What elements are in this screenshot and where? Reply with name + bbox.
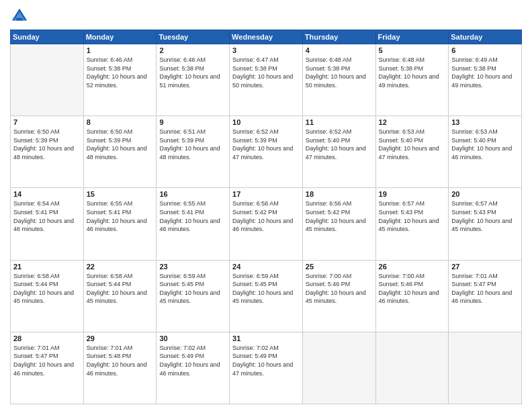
- day-info: Sunrise: 6:50 AMSunset: 5:39 PMDaylight:…: [87, 128, 154, 161]
- calendar-cell: 7 Sunrise: 6:50 AMSunset: 5:39 PMDayligh…: [11, 116, 84, 188]
- day-number: 28: [13, 334, 81, 342]
- calendar-cell: 24 Sunrise: 6:59 AMSunset: 5:45 PMDaylig…: [230, 260, 303, 332]
- day-number: 19: [379, 190, 446, 198]
- day-info: Sunrise: 7:01 AMSunset: 5:47 PMDaylight:…: [451, 272, 519, 306]
- day-number: 18: [306, 190, 373, 198]
- day-info: Sunrise: 6:55 AMSunset: 5:41 PMDaylight:…: [87, 199, 154, 233]
- calendar-cell: 31 Sunrise: 7:02 AMSunset: 5:49 PMDaylig…: [230, 332, 303, 404]
- day-number: 2: [159, 46, 226, 54]
- logo-icon: [10, 7, 29, 26]
- calendar-cell: 18 Sunrise: 6:56 AMSunset: 5:42 PMDaylig…: [302, 188, 375, 260]
- day-info: Sunrise: 6:52 AMSunset: 5:39 PMDaylight:…: [232, 128, 300, 161]
- svg-rect-2: [16, 18, 22, 21]
- calendar-cell: 14 Sunrise: 6:54 AMSunset: 5:41 PMDaylig…: [11, 188, 84, 260]
- day-number: 30: [159, 334, 226, 342]
- day-number: 26: [379, 263, 446, 271]
- day-number: 29: [87, 334, 154, 342]
- calendar-cell: 12 Sunrise: 6:53 AMSunset: 5:40 PMDaylig…: [375, 116, 449, 188]
- day-number: 25: [306, 263, 373, 271]
- day-info: Sunrise: 7:01 AMSunset: 5:48 PMDaylight:…: [87, 344, 154, 377]
- calendar-table: SundayMondayTuesdayWednesdayThursdayFrid…: [10, 30, 522, 404]
- day-info: Sunrise: 7:02 AMSunset: 5:49 PMDaylight:…: [159, 344, 226, 377]
- day-info: Sunrise: 6:59 AMSunset: 5:45 PMDaylight:…: [232, 272, 300, 306]
- day-number: 13: [451, 118, 519, 126]
- page: SundayMondayTuesdayWednesdayThursdayFrid…: [0, 0, 532, 411]
- logo: [10, 7, 32, 26]
- day-info: Sunrise: 7:01 AMSunset: 5:47 PMDaylight:…: [13, 344, 81, 377]
- calendar-cell: 2 Sunrise: 6:46 AMSunset: 5:38 PMDayligh…: [157, 44, 230, 116]
- weekday-header-friday: Friday: [375, 30, 449, 44]
- day-number: 16: [159, 190, 226, 198]
- day-info: Sunrise: 6:58 AMSunset: 5:44 PMDaylight:…: [87, 272, 154, 306]
- day-info: Sunrise: 6:48 AMSunset: 5:38 PMDaylight:…: [306, 56, 373, 89]
- day-number: 23: [159, 263, 226, 271]
- calendar-cell: 6 Sunrise: 6:49 AMSunset: 5:38 PMDayligh…: [449, 44, 522, 116]
- day-number: 1: [87, 46, 154, 54]
- calendar-cell: [11, 44, 84, 116]
- day-info: Sunrise: 6:51 AMSunset: 5:39 PMDaylight:…: [159, 128, 226, 161]
- weekday-header-tuesday: Tuesday: [157, 30, 230, 44]
- day-info: Sunrise: 6:50 AMSunset: 5:39 PMDaylight:…: [13, 128, 81, 161]
- weekday-header-wednesday: Wednesday: [230, 30, 303, 44]
- day-info: Sunrise: 6:53 AMSunset: 5:40 PMDaylight:…: [451, 128, 519, 161]
- calendar-cell: 22 Sunrise: 6:58 AMSunset: 5:44 PMDaylig…: [83, 260, 157, 332]
- day-info: Sunrise: 7:00 AMSunset: 5:46 PMDaylight:…: [306, 272, 373, 306]
- calendar-cell: 16 Sunrise: 6:55 AMSunset: 5:41 PMDaylig…: [157, 188, 230, 260]
- day-info: Sunrise: 6:57 AMSunset: 5:43 PMDaylight:…: [379, 199, 446, 233]
- day-number: 15: [87, 190, 154, 198]
- weekday-header-row: SundayMondayTuesdayWednesdayThursdayFrid…: [11, 30, 522, 44]
- weekday-header-saturday: Saturday: [449, 30, 522, 44]
- day-number: 27: [451, 263, 519, 271]
- calendar-cell: 19 Sunrise: 6:57 AMSunset: 5:43 PMDaylig…: [375, 188, 449, 260]
- calendar-cell: 17 Sunrise: 6:56 AMSunset: 5:42 PMDaylig…: [230, 188, 303, 260]
- day-info: Sunrise: 6:57 AMSunset: 5:43 PMDaylight:…: [451, 199, 519, 233]
- calendar-cell: 30 Sunrise: 7:02 AMSunset: 5:49 PMDaylig…: [157, 332, 230, 404]
- day-number: 12: [379, 118, 446, 126]
- day-number: 5: [379, 46, 446, 54]
- calendar-cell: 11 Sunrise: 6:52 AMSunset: 5:40 PMDaylig…: [302, 116, 375, 188]
- day-number: 11: [306, 118, 373, 126]
- calendar-cell: 29 Sunrise: 7:01 AMSunset: 5:48 PMDaylig…: [83, 332, 157, 404]
- day-info: Sunrise: 6:54 AMSunset: 5:41 PMDaylight:…: [13, 199, 81, 233]
- day-number: 22: [87, 263, 154, 271]
- day-info: Sunrise: 7:00 AMSunset: 5:46 PMDaylight:…: [379, 272, 446, 306]
- header: [10, 7, 522, 26]
- calendar-cell: 5 Sunrise: 6:48 AMSunset: 5:38 PMDayligh…: [375, 44, 449, 116]
- calendar-cell: 23 Sunrise: 6:59 AMSunset: 5:45 PMDaylig…: [157, 260, 230, 332]
- day-number: 21: [13, 263, 81, 271]
- day-info: Sunrise: 6:58 AMSunset: 5:44 PMDaylight:…: [13, 272, 81, 306]
- calendar-week-3: 14 Sunrise: 6:54 AMSunset: 5:41 PMDaylig…: [11, 188, 522, 260]
- day-number: 31: [232, 334, 300, 342]
- calendar-cell: 8 Sunrise: 6:50 AMSunset: 5:39 PMDayligh…: [83, 116, 157, 188]
- calendar-cell: [302, 332, 375, 404]
- calendar-cell: 15 Sunrise: 6:55 AMSunset: 5:41 PMDaylig…: [83, 188, 157, 260]
- day-info: Sunrise: 6:59 AMSunset: 5:45 PMDaylight:…: [159, 272, 226, 306]
- day-info: Sunrise: 6:49 AMSunset: 5:38 PMDaylight:…: [451, 56, 519, 89]
- day-number: 3: [232, 46, 300, 54]
- day-info: Sunrise: 6:46 AMSunset: 5:38 PMDaylight:…: [87, 56, 154, 89]
- day-info: Sunrise: 6:52 AMSunset: 5:40 PMDaylight:…: [306, 128, 373, 161]
- calendar-cell: 10 Sunrise: 6:52 AMSunset: 5:39 PMDaylig…: [230, 116, 303, 188]
- weekday-header-sunday: Sunday: [11, 30, 84, 44]
- day-number: 6: [451, 46, 519, 54]
- day-info: Sunrise: 6:56 AMSunset: 5:42 PMDaylight:…: [232, 199, 300, 233]
- day-info: Sunrise: 6:53 AMSunset: 5:40 PMDaylight:…: [379, 128, 446, 161]
- day-number: 17: [232, 190, 300, 198]
- weekday-header-monday: Monday: [83, 30, 157, 44]
- weekday-header-thursday: Thursday: [302, 30, 375, 44]
- calendar-cell: 20 Sunrise: 6:57 AMSunset: 5:43 PMDaylig…: [449, 188, 522, 260]
- day-number: 14: [13, 190, 81, 198]
- calendar-cell: 9 Sunrise: 6:51 AMSunset: 5:39 PMDayligh…: [157, 116, 230, 188]
- calendar-week-4: 21 Sunrise: 6:58 AMSunset: 5:44 PMDaylig…: [11, 260, 522, 332]
- calendar-week-5: 28 Sunrise: 7:01 AMSunset: 5:47 PMDaylig…: [11, 332, 522, 404]
- day-number: 24: [232, 263, 300, 271]
- day-number: 20: [451, 190, 519, 198]
- calendar-cell: 1 Sunrise: 6:46 AMSunset: 5:38 PMDayligh…: [83, 44, 157, 116]
- calendar-cell: 25 Sunrise: 7:00 AMSunset: 5:46 PMDaylig…: [302, 260, 375, 332]
- day-number: 10: [232, 118, 300, 126]
- calendar-cell: 3 Sunrise: 6:47 AMSunset: 5:38 PMDayligh…: [230, 44, 303, 116]
- calendar-cell: 21 Sunrise: 6:58 AMSunset: 5:44 PMDaylig…: [11, 260, 84, 332]
- calendar-cell: 26 Sunrise: 7:00 AMSunset: 5:46 PMDaylig…: [375, 260, 449, 332]
- calendar-cell: 27 Sunrise: 7:01 AMSunset: 5:47 PMDaylig…: [449, 260, 522, 332]
- day-info: Sunrise: 6:46 AMSunset: 5:38 PMDaylight:…: [159, 56, 226, 89]
